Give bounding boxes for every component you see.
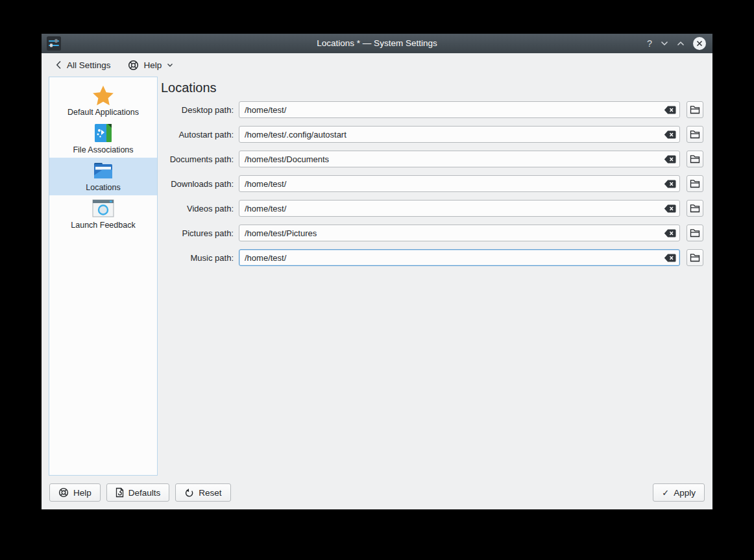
music-path-label: Music path: — [161, 253, 239, 263]
music-path-input[interactable] — [239, 249, 680, 266]
browse-pictures-button[interactable] — [687, 225, 703, 241]
checkmark-icon: ✓ — [662, 488, 669, 498]
folder-open-icon — [690, 105, 700, 114]
backspace-clear-icon — [664, 155, 676, 164]
defaults-button[interactable]: Defaults — [106, 483, 170, 502]
minimize-button[interactable] — [661, 41, 668, 46]
backspace-clear-icon — [664, 130, 676, 139]
clear-button[interactable] — [663, 154, 676, 164]
folder-open-icon — [690, 228, 700, 237]
backspace-clear-icon — [664, 254, 676, 262]
pictures-path-input[interactable] — [239, 225, 680, 241]
browse-videos-button[interactable] — [687, 200, 703, 217]
reset-button[interactable]: Reset — [175, 483, 230, 502]
browse-music-button[interactable] — [687, 249, 703, 266]
apply-button[interactable]: ✓ Apply — [653, 483, 705, 502]
defaults-button-label: Defaults — [128, 488, 161, 498]
window-help-button[interactable]: ? — [647, 39, 652, 49]
help-buoy-icon — [128, 60, 139, 71]
browse-documents-button[interactable] — [687, 151, 703, 167]
file-associations-icon — [93, 122, 114, 144]
apply-button-label: Apply — [674, 488, 696, 498]
chevron-down-icon — [167, 63, 173, 67]
folder-open-icon — [690, 130, 700, 139]
autostart-path-label: Autostart path: — [161, 130, 239, 140]
clear-button[interactable] — [663, 204, 676, 213]
sidebar-item-label: Locations — [86, 183, 121, 192]
sidebar-item-default-applications[interactable]: Default Applications — [49, 82, 157, 120]
clear-button[interactable] — [663, 130, 676, 139]
folder-icon — [92, 160, 114, 182]
sidebar-item-label: Launch Feedback — [71, 221, 135, 230]
folder-open-icon — [690, 204, 700, 213]
question-icon: ? — [647, 39, 652, 49]
clear-button[interactable] — [663, 228, 676, 237]
backspace-clear-icon — [664, 106, 676, 114]
backspace-clear-icon — [664, 204, 676, 213]
help-menu-label: Help — [144, 60, 162, 70]
sidebar-item-locations[interactable]: Locations — [49, 158, 157, 195]
clear-button[interactable] — [663, 179, 676, 188]
sidebar-item-launch-feedback[interactable]: Launch Feedback — [49, 195, 157, 233]
pictures-path-row: Pictures path: — [161, 225, 703, 241]
system-settings-window: Locations * — System Settings ? All Sett… — [42, 34, 712, 509]
videos-path-label: Videos path: — [161, 204, 239, 213]
content-area: Default Applications File Associations — [42, 77, 712, 476]
reset-button-label: Reset — [199, 488, 221, 498]
documents-path-label: Documents path: — [161, 154, 239, 164]
folder-open-icon — [690, 154, 700, 164]
help-buoy-icon — [58, 487, 69, 498]
chevron-left-icon — [56, 60, 62, 69]
chevron-up-icon — [677, 41, 685, 46]
undo-arrow-icon — [184, 488, 194, 498]
chevron-down-icon — [661, 41, 668, 46]
titlebar[interactable]: Locations * — System Settings ? — [42, 34, 712, 53]
documents-path-row: Documents path: — [161, 151, 703, 167]
close-icon — [696, 40, 703, 47]
downloads-path-input[interactable] — [239, 175, 680, 192]
videos-path-input[interactable] — [239, 200, 680, 217]
backspace-clear-icon — [664, 229, 676, 237]
folder-open-icon — [690, 179, 700, 188]
locations-panel: Locations Desktop path: Autostart path: — [158, 77, 703, 476]
sidebar: Default Applications File Associations — [49, 77, 158, 476]
desktop-path-label: Desktop path: — [161, 105, 239, 115]
autostart-path-input[interactable] — [239, 126, 680, 143]
all-settings-label: All Settings — [67, 60, 111, 70]
sidebar-item-file-associations[interactable]: File Associations — [49, 120, 157, 158]
downloads-path-label: Downloads path: — [161, 179, 239, 189]
browse-desktop-button[interactable] — [687, 101, 703, 118]
help-button-label: Help — [73, 488, 91, 498]
folder-open-icon — [690, 253, 700, 262]
help-button[interactable]: Help — [49, 483, 101, 502]
clear-button[interactable] — [663, 105, 676, 114]
desktop-path-row: Desktop path: — [161, 101, 703, 118]
window-title: Locations * — System Settings — [42, 34, 712, 53]
downloads-path-row: Downloads path: — [161, 175, 703, 192]
document-revert-icon — [116, 487, 124, 498]
sidebar-item-label: Default Applications — [67, 108, 139, 117]
maximize-button[interactable] — [677, 41, 685, 46]
page-title: Locations — [161, 80, 703, 95]
help-menu-button[interactable]: Help — [128, 60, 174, 71]
all-settings-button[interactable]: All Settings — [56, 60, 111, 70]
footer-button-bar: Help Defaults Reset ✓ Apply — [42, 476, 712, 509]
sidebar-item-label: File Associations — [73, 145, 133, 154]
browse-downloads-button[interactable] — [687, 175, 703, 192]
clear-button[interactable] — [663, 253, 676, 262]
documents-path-input[interactable] — [239, 151, 680, 167]
autostart-path-row: Autostart path: — [161, 126, 703, 143]
browse-autostart-button[interactable] — [687, 126, 703, 143]
pictures-path-label: Pictures path: — [161, 228, 239, 238]
toolbar: All Settings Help — [42, 53, 712, 77]
backspace-clear-icon — [664, 180, 676, 188]
star-icon — [92, 84, 114, 106]
close-button[interactable] — [693, 37, 706, 50]
launch-feedback-icon — [92, 197, 114, 219]
music-path-row: Music path: — [161, 249, 703, 266]
videos-path-row: Videos path: — [161, 200, 703, 217]
desktop-path-input[interactable] — [239, 101, 680, 118]
